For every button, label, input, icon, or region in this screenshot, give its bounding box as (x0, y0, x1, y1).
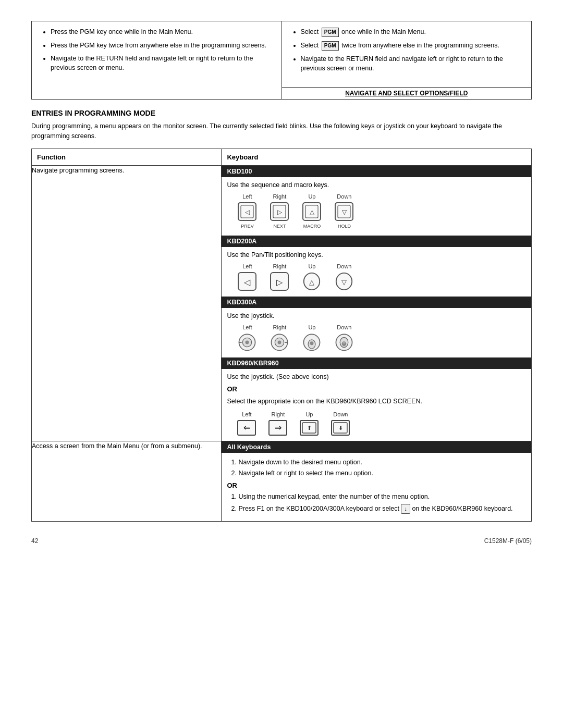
kbd300a-right-icon (270, 332, 289, 352)
kbd100-text: Use the sequence and macro keys. (227, 180, 526, 190)
kbd100-left: Left ◁ PREV (237, 192, 257, 230)
kbd960-left-arrow: ⇐ (237, 420, 256, 436)
kbd100-right: Right ▷ NEXT (270, 192, 289, 230)
section-title: Entries in Programming Mode (31, 109, 532, 117)
function-cell-1: Navigate programming screens. (32, 166, 222, 441)
kbd200a-left: Left ◁ (237, 262, 257, 292)
kbd100-left-label: Left (242, 192, 252, 201)
kbd200a-text: Use the Pan/Tilt positioning keys. (227, 250, 526, 260)
kbd300a-content: Use the joystick. Left R (222, 308, 531, 357)
kbd200a-down: Down ▽ (334, 262, 354, 292)
col-keyboard-header: Keyboard (222, 149, 532, 166)
kbd100-dir-keys: Left ◁ PREV Right (227, 192, 526, 230)
kbd200a-down-icon: ▽ (334, 272, 354, 291)
kbd100-content: Use the sequence and macro keys. Left ◁ … (222, 177, 531, 236)
kbd100-right-label: Right (273, 192, 287, 201)
kbd960-dir-keys: Left ⇐ Right ⇒ Up ⬆ (227, 410, 526, 436)
right-bullet-list: Select PGM once while in the Main Menu. … (290, 28, 523, 73)
kbd960-up-arrow: ⬆ (300, 420, 319, 436)
svg-point-22 (246, 341, 249, 344)
doc-id: C1528M-F (6/05) (484, 537, 532, 545)
kbd300a-right: Right (270, 323, 289, 353)
kbd300a-text: Use the joystick. (227, 311, 526, 321)
function-cell-2: Access a screen from the Main Menu (or f… (32, 441, 222, 521)
num-list-2: Using the numerical keypad, enter the nu… (227, 492, 526, 514)
num-list-1: Navigate down to the desired menu option… (227, 458, 526, 478)
kbd100-down-sublabel: HOLD (338, 223, 351, 230)
svg-text:▽: ▽ (342, 208, 347, 216)
svg-point-26 (278, 341, 282, 344)
kbd100-up-icon: △ (302, 202, 322, 221)
svg-text:▽: ▽ (341, 278, 347, 286)
svg-text:◁: ◁ (245, 208, 250, 216)
page-footer: 42 C1528M-F (6/05) (31, 537, 532, 545)
kbd960-down: Down ⬇ (331, 410, 350, 436)
all-keyboards-or: OR (227, 480, 526, 491)
kbd300a-header: KBD300A (222, 297, 531, 308)
svg-text:△: △ (310, 208, 315, 216)
top-info-right: Select PGM once while in the Main Menu. … (282, 21, 532, 99)
keyboard-cell-2: All Keyboards Navigate down to the desir… (222, 441, 532, 521)
navigate-select-header: Navigate and Select Options/Field (282, 87, 532, 99)
kbd100-right-icon: ▷ (270, 202, 289, 221)
table-row-2: Access a screen from the Main Menu (or f… (32, 441, 532, 521)
left-bullet-list: Press the PGM key once while in the Main… (40, 28, 273, 72)
kbd960-extra-text: Select the appropriate icon on the KBD96… (227, 397, 526, 406)
kbd100-left-icon: ◁ (237, 202, 257, 221)
pgm-badge-2: PGM (322, 41, 339, 51)
svg-text:⬇: ⬇ (338, 425, 343, 431)
kbd960-right: Right ⇒ (268, 410, 287, 436)
all-keyboards-header: All Keyboards (222, 441, 531, 453)
kbd300a-dir-keys: Left Right (227, 323, 526, 353)
kbd100-up-sublabel: MACRO (303, 223, 321, 230)
svg-text:△: △ (309, 278, 314, 286)
top-info-box: Press the PGM key once while in the Main… (31, 21, 532, 100)
svg-text:▷: ▷ (277, 208, 283, 216)
main-table: Function Keyboard Navigate programming s… (31, 149, 532, 522)
kbd300a-left: Left (237, 323, 257, 353)
right-bullet-1: Select PGM once while in the Main Menu. (301, 28, 523, 37)
kbd300a-down: Down (334, 323, 354, 353)
kbd960-or: OR (227, 384, 526, 394)
enter-key-icon: ↓ (401, 504, 410, 514)
kbd960-up: Up ⬆ (300, 410, 319, 436)
top-info-left: Press the PGM key once while in the Main… (32, 21, 282, 99)
kbd200a-dir-keys: Left ◁ Right ▷ (227, 262, 526, 292)
all-keyboards-content: Navigate down to the desired menu option… (222, 453, 531, 521)
kbd100-down: Down ▽ HOLD (334, 192, 354, 230)
kbd200a-up-icon: △ (302, 272, 322, 291)
kbd300a-up-icon (302, 332, 322, 352)
section-desc: During programming, a menu appears on th… (31, 121, 532, 141)
kbd200a-content: Use the Pan/Tilt positioning keys. Left … (222, 247, 531, 297)
num-list-1-item-2: Navigate left or right to select the men… (238, 469, 526, 478)
right-bullet-2: Select PGM twice from anywhere else in t… (301, 41, 523, 51)
left-bullet-2: Press the PGM key twice from anywhere el… (51, 41, 273, 51)
col-function-header: Function (32, 149, 222, 166)
kbd100-left-sublabel: PREV (241, 223, 254, 230)
kbd200a-right-icon: ▷ (270, 272, 289, 291)
kbd100-up-label: Up (308, 192, 315, 201)
kbd300a-left-icon (237, 332, 257, 352)
kbd200a-header: KBD200A (222, 236, 531, 247)
kbd200a-right: Right ▷ (270, 262, 289, 292)
num-list-1-item-1: Navigate down to the desired menu option… (238, 458, 526, 467)
kbd960-down-arrow: ⬇ (331, 420, 350, 436)
num-list-2-item-1: Using the numerical keypad, enter the nu… (238, 492, 526, 502)
kbd100-down-icon: ▽ (334, 202, 354, 221)
kbd100-header: KBD100 (222, 166, 531, 177)
kbd960-left: Left ⇐ (237, 410, 256, 436)
left-bullet-1: Press the PGM key once while in the Main… (51, 28, 273, 37)
svg-text:⬆: ⬆ (307, 425, 312, 431)
keyboard-cell-1: KBD100 Use the sequence and macro keys. … (222, 166, 532, 441)
right-bullet-3: Navigate to the RETURN field and navigat… (301, 55, 523, 73)
kbd100-down-label: Down (337, 192, 351, 201)
kbd960-header: KBD960/KBR960 (222, 357, 531, 369)
kbd200a-up: Up △ (302, 262, 322, 292)
kbd100-up: Up △ MACRO (302, 192, 322, 230)
svg-text:◁: ◁ (244, 278, 251, 287)
page-number: 42 (31, 537, 38, 545)
pgm-badge-1: PGM (322, 28, 339, 37)
num-list-2-item-2: Press F1 on the KBD100/200A/300A keyboar… (238, 504, 526, 514)
kbd300a-up: Up (302, 323, 322, 353)
kbd100-right-sublabel: NEXT (273, 223, 286, 230)
